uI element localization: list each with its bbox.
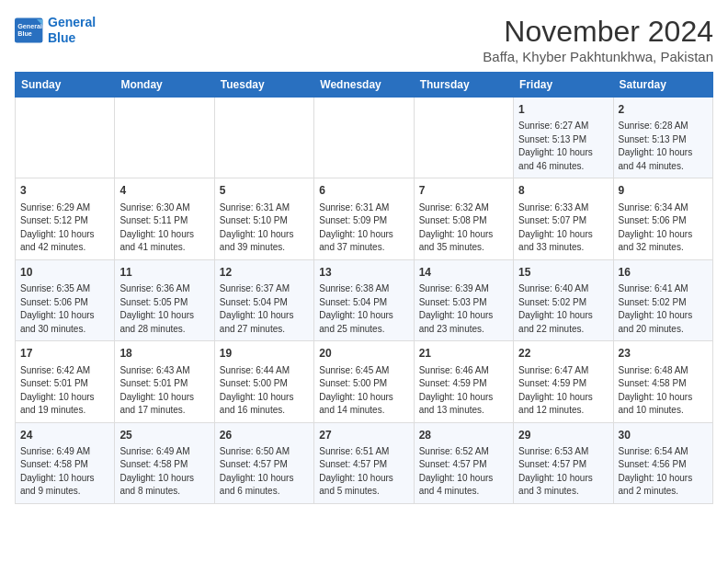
calendar-header-row: SundayMondayTuesdayWednesdayThursdayFrid… [16, 73, 713, 98]
day-content: Sunrise: 6:40 AM Sunset: 5:02 PM Dayligh… [518, 282, 608, 336]
day-number: 22 [518, 346, 608, 362]
calendar-cell: 27Sunrise: 6:51 AM Sunset: 4:57 PM Dayli… [314, 422, 414, 503]
day-content: Sunrise: 6:31 AM Sunset: 5:10 PM Dayligh… [220, 201, 309, 255]
logo: General Blue General Blue [15, 15, 96, 46]
calendar-cell: 24Sunrise: 6:49 AM Sunset: 4:58 PM Dayli… [16, 422, 115, 503]
day-content: Sunrise: 6:52 AM Sunset: 4:57 PM Dayligh… [419, 445, 508, 499]
column-header-sunday: Sunday [16, 73, 115, 98]
calendar-cell: 15Sunrise: 6:40 AM Sunset: 5:02 PM Dayli… [514, 259, 613, 340]
day-content: Sunrise: 6:53 AM Sunset: 4:57 PM Dayligh… [518, 445, 608, 499]
column-header-thursday: Thursday [414, 73, 513, 98]
calendar-cell: 28Sunrise: 6:52 AM Sunset: 4:57 PM Dayli… [414, 422, 513, 503]
day-content: Sunrise: 6:50 AM Sunset: 4:57 PM Dayligh… [220, 445, 309, 499]
calendar-cell: 7Sunrise: 6:32 AM Sunset: 5:08 PM Daylig… [414, 178, 513, 259]
day-content: Sunrise: 6:30 AM Sunset: 5:11 PM Dayligh… [119, 201, 209, 255]
day-number: 25 [119, 428, 209, 443]
day-number: 28 [419, 428, 508, 443]
calendar-cell: 8Sunrise: 6:33 AM Sunset: 5:07 PM Daylig… [514, 178, 613, 259]
day-content: Sunrise: 6:45 AM Sunset: 5:00 PM Dayligh… [319, 364, 408, 418]
day-content: Sunrise: 6:51 AM Sunset: 4:57 PM Dayligh… [319, 445, 408, 499]
day-content: Sunrise: 6:38 AM Sunset: 5:04 PM Dayligh… [319, 282, 408, 336]
day-number: 12 [220, 265, 309, 281]
day-content: Sunrise: 6:54 AM Sunset: 4:56 PM Dayligh… [619, 445, 708, 499]
calendar-cell: 17Sunrise: 6:42 AM Sunset: 5:01 PM Dayli… [16, 341, 115, 422]
day-number: 23 [619, 346, 708, 362]
day-number: 8 [518, 183, 608, 199]
calendar-cell: 5Sunrise: 6:31 AM Sunset: 5:10 PM Daylig… [214, 178, 313, 259]
day-content: Sunrise: 6:42 AM Sunset: 5:01 PM Dayligh… [20, 364, 109, 418]
day-content: Sunrise: 6:28 AM Sunset: 5:13 PM Dayligh… [619, 120, 708, 173]
day-number: 29 [518, 428, 608, 443]
day-number: 9 [619, 183, 708, 199]
calendar-cell: 13Sunrise: 6:38 AM Sunset: 5:04 PM Dayli… [314, 259, 414, 340]
column-header-tuesday: Tuesday [214, 73, 313, 98]
svg-text:General: General [17, 21, 42, 29]
calendar-cell: 19Sunrise: 6:44 AM Sunset: 5:00 PM Dayli… [214, 341, 313, 422]
day-content: Sunrise: 6:32 AM Sunset: 5:08 PM Dayligh… [419, 201, 508, 255]
calendar-cell [414, 98, 513, 178]
day-number: 11 [119, 265, 209, 281]
calendar-cell: 9Sunrise: 6:34 AM Sunset: 5:06 PM Daylig… [613, 178, 712, 259]
day-number: 2 [619, 102, 708, 118]
column-header-saturday: Saturday [613, 73, 712, 98]
column-header-monday: Monday [115, 73, 214, 98]
day-number: 18 [119, 346, 209, 362]
day-number: 26 [220, 428, 309, 443]
calendar-cell: 25Sunrise: 6:49 AM Sunset: 4:58 PM Dayli… [115, 422, 214, 503]
calendar-week-row: 17Sunrise: 6:42 AM Sunset: 5:01 PM Dayli… [16, 341, 713, 422]
calendar-cell: 16Sunrise: 6:41 AM Sunset: 5:02 PM Dayli… [613, 259, 712, 340]
day-number: 27 [319, 428, 408, 443]
calendar-week-row: 24Sunrise: 6:49 AM Sunset: 4:58 PM Dayli… [16, 422, 713, 503]
day-content: Sunrise: 6:47 AM Sunset: 4:59 PM Dayligh… [518, 364, 608, 418]
day-number: 5 [220, 183, 309, 199]
title-section: November 2024 Baffa, Khyber Pakhtunkhwa,… [483, 15, 713, 64]
logo-icon: General Blue [15, 17, 44, 43]
logo-text: General Blue [48, 15, 96, 46]
day-number: 16 [619, 265, 708, 281]
day-content: Sunrise: 6:46 AM Sunset: 4:59 PM Dayligh… [419, 364, 508, 418]
calendar-week-row: 1Sunrise: 6:27 AM Sunset: 5:13 PM Daylig… [16, 98, 713, 178]
day-content: Sunrise: 6:35 AM Sunset: 5:06 PM Dayligh… [20, 282, 109, 336]
day-number: 1 [518, 102, 608, 118]
calendar-cell: 3Sunrise: 6:29 AM Sunset: 5:12 PM Daylig… [16, 178, 115, 259]
day-number: 20 [319, 346, 408, 362]
day-content: Sunrise: 6:27 AM Sunset: 5:13 PM Dayligh… [518, 120, 608, 173]
calendar-cell: 23Sunrise: 6:48 AM Sunset: 4:58 PM Dayli… [613, 341, 712, 422]
calendar-cell: 4Sunrise: 6:30 AM Sunset: 5:11 PM Daylig… [115, 178, 214, 259]
day-number: 24 [20, 428, 109, 443]
day-content: Sunrise: 6:31 AM Sunset: 5:09 PM Dayligh… [319, 201, 408, 255]
day-number: 6 [319, 183, 408, 199]
calendar-cell: 1Sunrise: 6:27 AM Sunset: 5:13 PM Daylig… [514, 98, 613, 178]
day-number: 7 [419, 183, 508, 199]
calendar-cell: 2Sunrise: 6:28 AM Sunset: 5:13 PM Daylig… [613, 98, 712, 178]
calendar-cell: 22Sunrise: 6:47 AM Sunset: 4:59 PM Dayli… [514, 341, 613, 422]
day-number: 19 [220, 346, 309, 362]
calendar-table: SundayMondayTuesdayWednesdayThursdayFrid… [15, 72, 713, 504]
day-content: Sunrise: 6:39 AM Sunset: 5:03 PM Dayligh… [419, 282, 508, 336]
day-number: 13 [319, 265, 408, 281]
day-content: Sunrise: 6:34 AM Sunset: 5:06 PM Dayligh… [619, 201, 708, 255]
day-number: 21 [419, 346, 508, 362]
calendar-cell [115, 98, 214, 178]
calendar-cell: 14Sunrise: 6:39 AM Sunset: 5:03 PM Dayli… [414, 259, 513, 340]
day-number: 3 [20, 183, 109, 199]
calendar-cell: 29Sunrise: 6:53 AM Sunset: 4:57 PM Dayli… [514, 422, 613, 503]
calendar-cell: 20Sunrise: 6:45 AM Sunset: 5:00 PM Dayli… [314, 341, 414, 422]
day-number: 30 [619, 428, 708, 443]
day-content: Sunrise: 6:44 AM Sunset: 5:00 PM Dayligh… [220, 364, 309, 418]
calendar-week-row: 3Sunrise: 6:29 AM Sunset: 5:12 PM Daylig… [16, 178, 713, 259]
day-number: 4 [119, 183, 209, 199]
calendar-cell: 26Sunrise: 6:50 AM Sunset: 4:57 PM Dayli… [214, 422, 313, 503]
day-content: Sunrise: 6:43 AM Sunset: 5:01 PM Dayligh… [119, 364, 209, 418]
calendar-cell: 21Sunrise: 6:46 AM Sunset: 4:59 PM Dayli… [414, 341, 513, 422]
column-header-wednesday: Wednesday [314, 73, 414, 98]
day-content: Sunrise: 6:48 AM Sunset: 4:58 PM Dayligh… [619, 364, 708, 418]
calendar-cell [16, 98, 115, 178]
calendar-cell: 30Sunrise: 6:54 AM Sunset: 4:56 PM Dayli… [613, 422, 712, 503]
page-header: General Blue General Blue November 2024 … [15, 15, 713, 64]
day-content: Sunrise: 6:36 AM Sunset: 5:05 PM Dayligh… [119, 282, 209, 336]
day-number: 10 [20, 265, 109, 281]
column-header-friday: Friday [514, 73, 613, 98]
day-content: Sunrise: 6:41 AM Sunset: 5:02 PM Dayligh… [619, 282, 708, 336]
calendar-week-row: 10Sunrise: 6:35 AM Sunset: 5:06 PM Dayli… [16, 259, 713, 340]
